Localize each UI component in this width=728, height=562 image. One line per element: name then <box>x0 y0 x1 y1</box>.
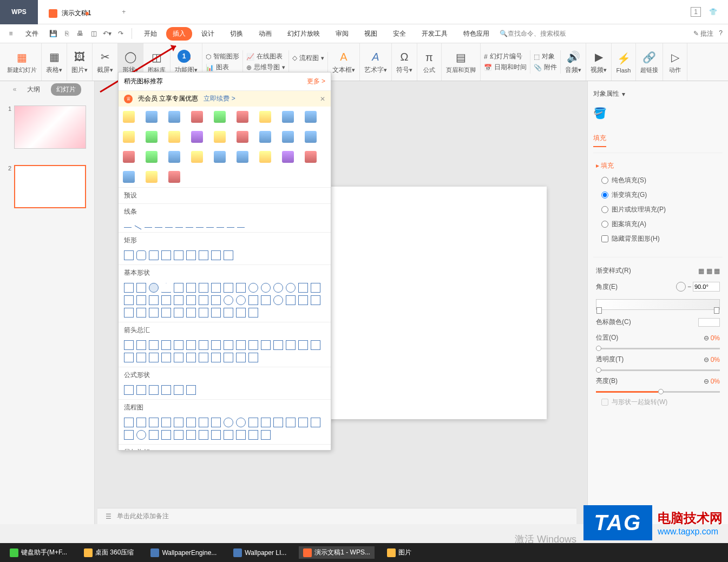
tool-chart[interactable]: 📊图表 <box>206 63 239 72</box>
deco-icon[interactable] <box>123 171 135 183</box>
shape-line[interactable] <box>175 227 183 228</box>
redo-icon[interactable]: ↷ <box>115 28 126 39</box>
shape-arrow[interactable] <box>124 340 134 350</box>
deco-icon[interactable] <box>305 151 317 163</box>
shape-flow[interactable] <box>273 418 283 427</box>
shape-line[interactable] <box>206 227 214 228</box>
shape-line[interactable] <box>145 227 152 228</box>
shape-flow[interactable] <box>149 418 159 427</box>
shape-arrow[interactable] <box>273 340 283 350</box>
dec-button[interactable]: ⊖ <box>704 334 709 342</box>
shape-line[interactable] <box>227 227 234 228</box>
tool-new-slide[interactable]: ▦ 新建幻灯片 <box>3 43 42 81</box>
shape-eq[interactable] <box>186 385 196 395</box>
tab-slides[interactable]: 幻灯片 <box>51 83 81 96</box>
shape-arrow[interactable] <box>161 353 171 362</box>
shape-arrow[interactable] <box>186 353 196 362</box>
shape-flow[interactable] <box>236 430 246 440</box>
dd-more-link[interactable]: 更多 > <box>307 77 325 86</box>
dec-button-2[interactable]: ⊖ <box>704 356 709 363</box>
radio-pattern[interactable]: 图案填充(A) <box>596 217 720 232</box>
minus-button[interactable]: − <box>687 283 691 290</box>
shape-basic[interactable] <box>149 308 159 318</box>
taskbar-item[interactable]: 图片 <box>383 546 416 559</box>
shape-basic[interactable] <box>236 308 246 318</box>
tool-action[interactable]: ▷ 动作 <box>663 43 687 81</box>
menu-transition[interactable]: 切换 <box>224 27 250 41</box>
shape-line[interactable] <box>217 227 224 228</box>
shape-eq[interactable] <box>149 385 159 395</box>
help-icon[interactable]: ? <box>719 29 723 38</box>
radio-gradient[interactable]: 渐变填充(G) <box>596 188 720 202</box>
shape-flow[interactable] <box>311 418 320 427</box>
shape-flow[interactable] <box>224 430 233 440</box>
deco-icon[interactable] <box>214 111 226 123</box>
shape-line[interactable] <box>237 227 245 228</box>
shape-flow[interactable] <box>211 430 221 440</box>
deco-icon[interactable] <box>146 131 158 143</box>
shape-basic[interactable] <box>174 308 183 318</box>
shape-basic[interactable] <box>161 295 171 305</box>
shape-basic[interactable] <box>224 283 233 293</box>
shape-basic[interactable] <box>273 295 283 305</box>
shape-flow[interactable] <box>298 418 308 427</box>
print-icon[interactable]: 🖶 <box>75 28 86 39</box>
shape-basic[interactable] <box>136 308 146 318</box>
tool-flash[interactable]: ⚡ Flash <box>612 43 636 81</box>
deco-icon[interactable] <box>123 111 135 123</box>
shape-flow[interactable] <box>248 430 258 440</box>
shape-arrow[interactable] <box>149 340 159 350</box>
tool-header-footer[interactable]: ▤ 页眉和页脚 <box>442 43 481 81</box>
shape-eq[interactable] <box>174 385 183 395</box>
deco-icon[interactable] <box>191 131 203 143</box>
deco-icon[interactable] <box>259 111 271 123</box>
shape-arrow[interactable] <box>124 353 134 362</box>
deco-icon[interactable] <box>146 171 158 183</box>
shape-rect[interactable] <box>199 250 208 260</box>
tool-flowchart[interactable]: ◇流程图▾ <box>292 54 324 63</box>
shape-rect[interactable] <box>124 250 134 260</box>
gradient-stop-2[interactable] <box>714 307 719 314</box>
shape-flow[interactable] <box>124 418 134 427</box>
radio-solid[interactable]: 纯色填充(S) <box>596 173 720 188</box>
shape-arrow[interactable] <box>224 340 233 350</box>
shape-basic[interactable] <box>211 283 221 293</box>
shape-rect[interactable] <box>224 250 233 260</box>
shape-basic[interactable] <box>199 283 208 293</box>
tool-formula[interactable]: π 公式 <box>417 43 442 81</box>
print-preview-icon[interactable]: ◫ <box>88 28 99 39</box>
deco-icon[interactable] <box>282 151 294 163</box>
shape-basic[interactable] <box>174 295 183 305</box>
radio-picture[interactable]: 图片或纹理填充(P) <box>596 202 720 217</box>
shape-basic[interactable] <box>136 283 146 293</box>
shape-arrow[interactable] <box>199 353 208 362</box>
shape-basic[interactable] <box>248 308 258 318</box>
shape-arrow[interactable] <box>174 353 183 362</box>
shape-arrow[interactable] <box>286 340 296 350</box>
shape-basic[interactable] <box>286 295 296 305</box>
shape-basic[interactable] <box>174 283 183 293</box>
shape-eq[interactable] <box>136 385 146 395</box>
shape-arrow[interactable] <box>161 340 171 350</box>
shape-arrow[interactable] <box>174 340 183 350</box>
menu-design[interactable]: 设计 <box>195 27 221 41</box>
menu-insert[interactable]: 插入 <box>166 27 192 41</box>
shape-flow[interactable] <box>149 430 159 440</box>
deco-icon[interactable] <box>305 131 317 143</box>
shape-flow[interactable] <box>211 418 221 427</box>
shape-flow[interactable] <box>161 418 171 427</box>
shape-arrow[interactable] <box>199 340 208 350</box>
transparency-slider[interactable] <box>596 367 720 373</box>
deco-icon[interactable] <box>191 111 203 123</box>
shape-flow[interactable] <box>248 418 258 427</box>
deco-icon[interactable] <box>259 131 271 143</box>
shape-basic[interactable] <box>248 283 258 293</box>
angle-input[interactable] <box>693 282 720 292</box>
shape-basic[interactable] <box>224 308 233 318</box>
wps-logo[interactable]: WPS <box>0 0 38 24</box>
shape-line[interactable] <box>124 227 132 228</box>
shape-line[interactable] <box>186 227 193 228</box>
shape-flow[interactable] <box>174 418 183 427</box>
shape-eq[interactable] <box>124 385 134 395</box>
shape-oval[interactable] <box>149 283 159 293</box>
